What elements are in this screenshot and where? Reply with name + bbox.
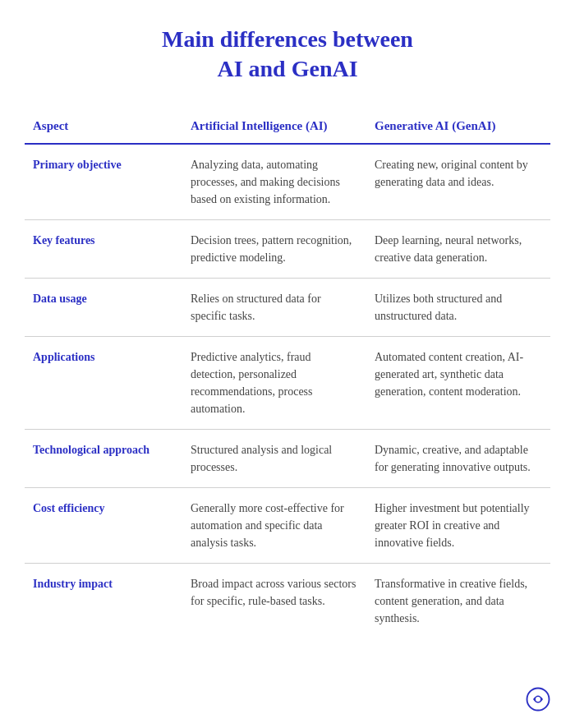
svg-point-1	[536, 697, 540, 702]
cell-aspect: Technological approach	[25, 429, 182, 487]
cell-ai: Predictive analytics, fraud detection, p…	[182, 336, 366, 429]
cell-ai: Relies on structured data for specific t…	[182, 278, 366, 336]
table-row: Primary objectiveAnalyzing data, automat…	[25, 144, 550, 220]
footer-logo	[526, 687, 550, 712]
cell-genai: Automated content creation, AI-generated…	[366, 336, 550, 429]
table-row: Industry impactBroad impact across vario…	[25, 563, 550, 638]
cell-genai: Dynamic, creative, and adaptable for gen…	[366, 429, 550, 487]
table-row: Data usageRelies on structured data for …	[25, 278, 550, 336]
cell-aspect: Industry impact	[25, 563, 182, 638]
cell-aspect: Primary objective	[25, 144, 182, 220]
cell-aspect: Data usage	[25, 278, 182, 336]
cell-genai: Deep learning, neural networks, creative…	[366, 219, 550, 278]
cell-ai: Structured analysis and logical processe…	[182, 429, 366, 487]
cell-genai: Transformative in creative fields, conte…	[366, 563, 550, 638]
table-header-row: Aspect Artificial Intelligence (AI) Gene…	[25, 109, 550, 144]
cell-aspect: Cost efficiency	[25, 487, 182, 563]
cell-genai: Utilizes both structured and unstructure…	[366, 278, 550, 336]
cell-ai: Analyzing data, automating processes, an…	[182, 144, 366, 220]
comparison-table: Aspect Artificial Intelligence (AI) Gene…	[25, 109, 550, 638]
main-title: Main differences between AI and GenAI	[25, 25, 550, 85]
title-section: Main differences between AI and GenAI	[25, 25, 550, 85]
cell-ai: Generally more cost-effective for automa…	[182, 487, 366, 563]
header-aspect: Aspect	[25, 109, 182, 144]
cell-aspect: Applications	[25, 336, 182, 429]
table-row: Cost efficiencyGenerally more cost-effec…	[25, 487, 550, 563]
table-row: Key featuresDecision trees, pattern reco…	[25, 219, 550, 278]
cell-aspect: Key features	[25, 219, 182, 278]
header-genai: Generative AI (GenAI)	[366, 109, 550, 144]
cell-genai: Higher investment but potentially greate…	[366, 487, 550, 563]
header-ai: Artificial Intelligence (AI)	[182, 109, 366, 144]
cell-ai: Decision trees, pattern recognition, pre…	[182, 219, 366, 278]
table-row: Technological approachStructured analysi…	[25, 429, 550, 487]
cell-ai: Broad impact across various sectors for …	[182, 563, 366, 638]
page: Main differences between AI and GenAI As…	[0, 0, 575, 728]
cell-genai: Creating new, original content by genera…	[366, 144, 550, 220]
table-row: ApplicationsPredictive analytics, fraud …	[25, 336, 550, 429]
